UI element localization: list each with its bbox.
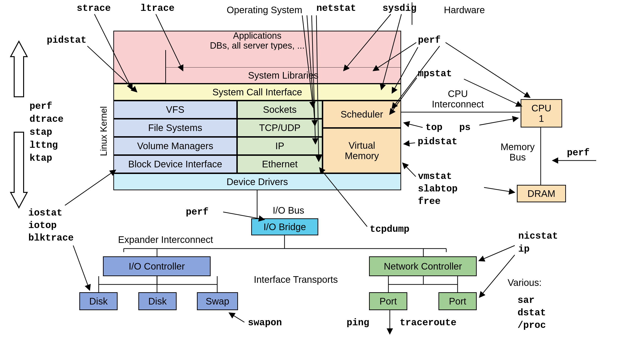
cpu1-box: CPU 1 — [521, 99, 562, 127]
tool-pidstat-2: pidstat — [418, 136, 457, 147]
tcp-udp-label: TCP/UDP — [259, 122, 301, 133]
virtual-memory-box: Virtual Memory — [322, 128, 401, 173]
bdi-label: Block Device Interface — [128, 159, 222, 169]
vfs-label: VFS — [166, 104, 184, 115]
tool-sar: sar — [518, 295, 535, 306]
tool-perf-io: perf — [186, 207, 208, 217]
tool-dtrace-stack: dtrace — [29, 114, 63, 125]
file-systems-box: File Systems — [113, 119, 237, 137]
cpu-interconnect-label: CPU Interconnect — [432, 89, 484, 109]
tool-proc: /proc — [518, 320, 546, 331]
io-bus-label: I/O Bus — [273, 205, 304, 216]
linux-kernel-label: Linux Kernel — [99, 106, 109, 156]
vfs-box: VFS — [113, 101, 237, 119]
svg-line-47 — [479, 255, 515, 297]
svg-line-41 — [73, 245, 90, 290]
tool-ktap-stack: ktap — [29, 153, 52, 164]
tool-perf-stack: perf — [29, 101, 52, 112]
applications-side-box — [113, 50, 166, 84]
hardware-header: Hardware — [444, 5, 485, 15]
tool-tcpdump: tcpdump — [370, 224, 409, 235]
tool-strace: strace — [77, 3, 111, 14]
dram-box: DRAM — [517, 185, 566, 202]
tool-ping: ping — [347, 318, 369, 328]
io-controller-box: I/O Controller — [103, 256, 211, 276]
interface-transports-label: Interface Transports — [254, 274, 338, 285]
scheduler-box: Scheduler — [322, 101, 401, 128]
up-arrow-icon — [11, 41, 27, 97]
ip-label: IP — [275, 141, 284, 151]
svg-line-16 — [404, 123, 423, 127]
device-drivers-box: Device Drivers — [113, 173, 401, 190]
svg-line-40 — [65, 170, 116, 205]
disk-1-label: Disk — [89, 296, 108, 307]
system-call-interface-box: System Call Interface — [113, 84, 401, 101]
volume-managers-box: Volume Managers — [113, 137, 237, 155]
disk-2-label: Disk — [148, 296, 167, 307]
scheduler-label: Scheduler — [340, 109, 383, 120]
tool-sysdig: sysdig — [382, 3, 417, 14]
tool-ip: ip — [518, 244, 530, 254]
memory-bus-label: Memory Bus — [500, 142, 535, 162]
svg-line-20 — [403, 163, 416, 177]
io-bridge-label: I/O Bridge — [264, 222, 306, 232]
tool-free: free — [418, 196, 441, 207]
svg-line-17 — [479, 118, 518, 125]
tool-dstat: dstat — [518, 308, 546, 318]
system-call-interface-label: System Call Interface — [212, 87, 302, 98]
down-arrow-icon — [11, 132, 27, 208]
io-controller-label: I/O Controller — [129, 261, 185, 272]
tool-swapon: swapon — [248, 318, 282, 328]
applications-box: Applications DBs, all server types, ... — [113, 31, 401, 50]
tool-iostat: iostat — [28, 208, 62, 218]
block-device-interface-box: Block Device Interface — [113, 155, 237, 173]
port-2-box: Port — [439, 292, 477, 310]
various-header: Various: — [508, 277, 542, 288]
ip-box: IP — [237, 137, 322, 155]
virtual-memory-label: Virtual Memory — [345, 140, 379, 161]
applications-strip — [165, 50, 401, 67]
sockets-box: Sockets — [237, 101, 322, 119]
tool-ps: ps — [459, 122, 471, 133]
tool-ltrace: ltrace — [141, 3, 174, 14]
svg-line-46 — [479, 245, 515, 261]
tool-nicstat: nicstat — [518, 231, 558, 242]
io-bridge-box: I/O Bridge — [251, 218, 318, 235]
operating-system-header: Operating System — [227, 5, 302, 15]
tool-perf-mem: perf — [567, 147, 590, 158]
tcp-udp-box: TCP/UDP — [237, 119, 322, 137]
system-libraries-box: System Libraries — [165, 67, 401, 84]
disk-1-box: Disk — [79, 292, 118, 310]
applications-label: Applications — [233, 31, 282, 41]
tool-netstat: netstat — [316, 3, 356, 14]
tool-pidstat: pidstat — [47, 35, 86, 46]
swap-label: Swap — [206, 296, 229, 307]
network-controller-box: Network Controller — [369, 256, 477, 276]
tool-vmstat: vmstat — [418, 171, 452, 182]
file-systems-label: File Systems — [148, 122, 202, 133]
tool-traceroute: traceroute — [400, 318, 457, 328]
tool-top: top — [426, 122, 443, 133]
tool-iotop: iotop — [28, 220, 57, 231]
swap-box: Swap — [197, 292, 238, 310]
tool-lttng-stack: lttng — [29, 140, 58, 151]
tool-mpstat: mpstat — [418, 68, 452, 79]
port-1-box: Port — [369, 292, 407, 310]
svg-line-21 — [484, 187, 515, 192]
port-1-label: Port — [379, 296, 397, 307]
device-drivers-label: Device Drivers — [226, 177, 288, 187]
dram-label: DRAM — [527, 188, 555, 199]
cpu1-label: CPU 1 — [531, 103, 551, 124]
volume-managers-label: Volume Managers — [137, 141, 213, 151]
port-2-label: Port — [449, 296, 466, 307]
ethernet-label: Ethernet — [262, 159, 298, 169]
tool-stap-stack: stap — [29, 127, 52, 138]
ethernet-box: Ethernet — [237, 155, 322, 173]
dbs-label: DBs, all server types, ... — [210, 41, 305, 51]
disk-2-box: Disk — [138, 292, 177, 310]
svg-line-44 — [229, 313, 244, 322]
expander-interconnect-label: Expander Interconnect — [118, 235, 213, 245]
svg-line-18 — [404, 143, 415, 144]
network-controller-label: Network Controller — [384, 261, 462, 272]
sockets-label: Sockets — [263, 104, 297, 115]
